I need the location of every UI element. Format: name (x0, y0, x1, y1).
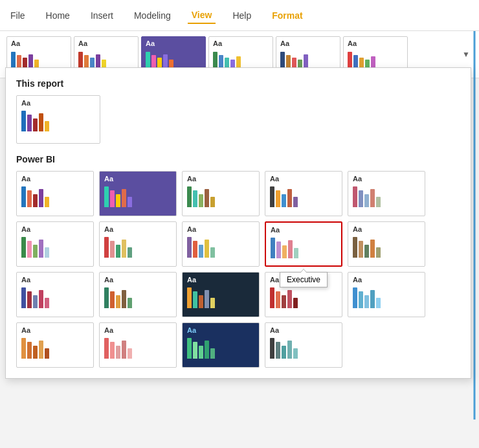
bar (110, 291, 115, 308)
theme-card[interactable]: Aa (16, 95, 100, 144)
bar (282, 346, 286, 359)
bar (287, 290, 292, 308)
theme-aa-label: Aa (213, 39, 269, 47)
bar (27, 241, 32, 258)
theme-card[interactable]: Aa (16, 272, 94, 317)
bar (205, 290, 209, 308)
theme-card[interactable]: Aa (99, 272, 177, 317)
theme-card[interactable]: Aa (182, 322, 260, 368)
theme-card[interactable]: Aa (182, 221, 260, 267)
theme-card[interactable]: Aa (99, 322, 177, 368)
theme-bars (21, 236, 89, 258)
theme-card[interactable]: Aa (348, 171, 425, 216)
bar (353, 55, 358, 67)
menu-help[interactable]: Help (228, 8, 255, 23)
bar (376, 298, 381, 308)
theme-row-3: AaAaAaAa (16, 322, 460, 368)
theme-dropdown-panel: This report Aa Power BI AaAaAaAaAaAaAaAa… (5, 67, 471, 379)
theme-card[interactable]: Aa (99, 221, 177, 267)
bar (205, 189, 209, 207)
menu-file[interactable]: File (6, 8, 29, 23)
theme-card[interactable]: Aa (348, 272, 425, 317)
theme-card[interactable]: Aa (99, 171, 177, 216)
bar (17, 55, 21, 67)
theme-bars (270, 337, 337, 359)
theme-card[interactable]: AaExecutive (265, 221, 342, 267)
bar (270, 338, 274, 359)
bar (298, 60, 302, 67)
theme-aa-label: Aa (104, 175, 172, 183)
this-report-label: This report (16, 78, 460, 89)
bar (193, 190, 197, 207)
theme-card[interactable]: Aa (182, 171, 260, 216)
theme-card[interactable]: Aa (16, 322, 94, 368)
blue-accent-line (470, 31, 479, 420)
bar (45, 197, 49, 207)
theme-aa-label: Aa (270, 276, 337, 284)
theme-card[interactable]: Aa (265, 272, 342, 317)
theme-aa-label: Aa (78, 39, 134, 47)
bar (27, 115, 32, 131)
bar (276, 241, 281, 258)
bar (304, 54, 308, 67)
menu-view[interactable]: View (188, 7, 216, 24)
bar (11, 52, 16, 67)
bar (45, 298, 49, 308)
menu-home[interactable]: Home (42, 8, 74, 23)
bar (271, 238, 275, 258)
bar (210, 197, 215, 207)
bar (205, 341, 209, 359)
bar (104, 338, 109, 359)
theme-card[interactable]: Aa (265, 171, 342, 216)
bar (270, 186, 274, 207)
bar (116, 346, 120, 359)
bar (348, 52, 352, 67)
bar (39, 189, 43, 207)
theme-bars (187, 286, 254, 308)
theme-bars (146, 49, 201, 67)
bar (21, 338, 26, 359)
theme-aa-label: Aa (21, 99, 95, 107)
theme-card[interactable]: Aa (265, 322, 342, 368)
theme-bars (104, 185, 172, 207)
bar (122, 341, 126, 359)
bar (21, 111, 26, 131)
theme-aa-label: Aa (146, 39, 201, 47)
theme-bars (270, 286, 337, 308)
bar (21, 186, 26, 207)
bar (376, 197, 381, 207)
bar (230, 60, 235, 67)
bar (282, 194, 286, 207)
theme-bars (348, 49, 403, 67)
menu-insert[interactable]: Insert (87, 8, 117, 23)
menu-format[interactable]: Format (268, 8, 306, 23)
bar (146, 52, 150, 67)
bar (45, 121, 49, 131)
theme-aa-label: Aa (187, 326, 254, 334)
bar (199, 245, 203, 258)
bar (128, 348, 132, 359)
bar (122, 189, 126, 207)
theme-card[interactable]: Aa (16, 171, 94, 216)
bar (205, 240, 209, 258)
theme-aa-label: Aa (348, 39, 403, 47)
bar (236, 56, 241, 67)
theme-bars (187, 185, 254, 207)
theme-aa-label: Aa (11, 39, 67, 47)
bar (199, 194, 203, 207)
bar (282, 295, 286, 308)
theme-bars (270, 185, 337, 207)
bar (193, 291, 197, 308)
bar (39, 290, 43, 308)
theme-card[interactable]: Aa (348, 221, 425, 267)
bar (359, 291, 363, 308)
theme-bars (353, 286, 420, 308)
bar (21, 287, 26, 308)
theme-card[interactable]: Aa (16, 221, 94, 267)
theme-aa-label: Aa (21, 225, 89, 233)
menu-modeling[interactable]: Modeling (130, 8, 175, 23)
bar (104, 287, 109, 308)
theme-card[interactable]: Aa (182, 272, 260, 317)
theme-bars (353, 236, 420, 258)
theme-aa-label: Aa (280, 39, 336, 47)
